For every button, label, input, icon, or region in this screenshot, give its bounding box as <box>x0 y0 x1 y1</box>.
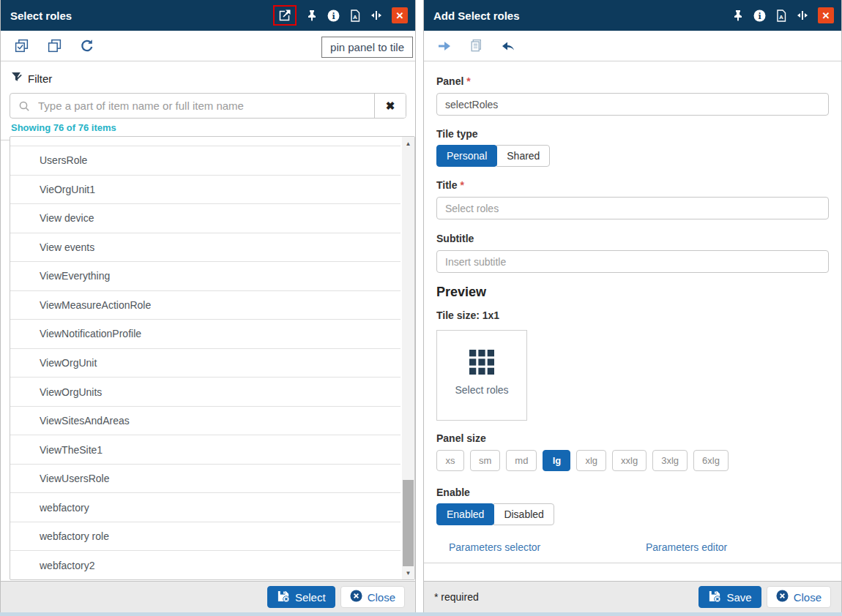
panel-size-sm-button[interactable]: sm <box>470 450 500 471</box>
filter-icon <box>11 72 22 85</box>
partial-row <box>10 137 400 146</box>
panel-label: Panel <box>436 75 463 87</box>
close-button[interactable]: Close <box>340 586 405 608</box>
info-icon[interactable]: i <box>327 10 340 22</box>
panel-size-label: Panel size <box>436 432 829 444</box>
left-panel-footer: Select Close <box>1 581 415 612</box>
list-item[interactable]: ViewUsersRole <box>10 465 400 494</box>
add-panel-form: Panel * Tile type Personal Shared Title … <box>424 75 841 553</box>
add-select-roles-panel: Add Select roles i A ✕ Pa <box>423 0 842 613</box>
pin-highlight-box <box>273 5 297 26</box>
pin-panel-to-tile-icon[interactable] <box>278 9 291 22</box>
panel-size-lg-button[interactable]: lg <box>543 450 570 471</box>
svg-text:A: A <box>779 14 783 20</box>
clear-search-button[interactable]: ✖ <box>374 94 406 118</box>
page-background-strip <box>0 612 842 616</box>
list-item[interactable]: ViewOrgUnit <box>10 349 400 378</box>
tile-caption: Select roles <box>455 384 508 396</box>
save-button[interactable]: Save <box>698 586 761 608</box>
select-roles-panel: Select roles i A ✕ <box>0 0 416 613</box>
tooltip: pin panel to tile <box>321 37 413 58</box>
roles-list: UsersRoleVieOrgUnit1View deviceView even… <box>10 137 400 579</box>
close-circle-icon <box>776 590 789 604</box>
scroll-up-icon[interactable]: ▲ <box>402 138 414 149</box>
resize-icon[interactable] <box>797 10 808 21</box>
list-item[interactable]: ViewNotificationProfile <box>10 320 400 349</box>
panel-size-xxlg-button[interactable]: xxlg <box>612 450 647 471</box>
tile-preview: Select roles <box>436 330 527 421</box>
list-scrollbar[interactable]: ▲ ▼ <box>402 137 414 579</box>
filter-label: Filter <box>28 72 52 85</box>
parameters-selector-link[interactable]: Parameters selector <box>449 541 646 553</box>
tile-type-personal-button[interactable]: Personal <box>436 145 497 167</box>
pdf-icon[interactable]: A <box>775 10 787 22</box>
svg-text:A: A <box>353 14 357 20</box>
forward-arrow-icon[interactable] <box>437 40 452 52</box>
right-panel-header: Add Select roles i A ✕ <box>424 0 841 31</box>
select-save-icon <box>277 590 290 605</box>
list-item[interactable]: ViewMeasureActionRole <box>10 291 400 320</box>
parameters-editor-link[interactable]: Parameters editor <box>646 541 727 553</box>
enable-enabled-button[interactable]: Enabled <box>436 503 494 525</box>
search-input[interactable] <box>37 94 374 118</box>
close-circle-icon <box>350 590 362 604</box>
select-button[interactable]: Select <box>267 586 335 608</box>
panel-size-3xlg-button[interactable]: 3xlg <box>652 450 688 471</box>
panel-size-6xlg-button[interactable]: 6xlg <box>693 450 729 471</box>
list-item[interactable]: ViewOrgUnits <box>10 378 400 407</box>
panel-name-field[interactable] <box>436 93 829 116</box>
tile-size-label: Tile size: 1x1 <box>436 309 829 321</box>
save-button-label: Save <box>726 591 751 604</box>
enable-label: Enable <box>436 487 829 498</box>
tile-type-label: Tile type <box>436 128 829 140</box>
scroll-down-icon[interactable]: ▼ <box>402 567 414 579</box>
list-item[interactable]: webfactory <box>10 493 400 522</box>
back-arrow-icon[interactable] <box>501 40 515 52</box>
close-button[interactable]: Close <box>767 586 831 608</box>
scrollbar-thumb[interactable] <box>403 480 414 566</box>
list-item[interactable]: ViewEverything <box>10 262 400 291</box>
close-icon[interactable]: ✕ <box>392 7 408 23</box>
right-toolbar <box>424 31 841 61</box>
svg-text:i: i <box>332 11 335 20</box>
save-icon <box>708 590 721 605</box>
panel-size-md-button[interactable]: md <box>506 450 537 471</box>
items-count-status: Showing 76 of 76 items <box>11 122 415 133</box>
grid-icon <box>469 350 494 378</box>
title-label: Title <box>436 179 458 191</box>
panel-size-xlg-button[interactable]: xlg <box>576 450 606 471</box>
pdf-icon[interactable]: A <box>349 10 361 22</box>
right-panel-footer: * required Save Close <box>424 581 841 612</box>
title-field[interactable] <box>436 197 829 219</box>
subtitle-field[interactable] <box>436 250 829 273</box>
search-icon <box>18 100 30 112</box>
list-item[interactable]: webfactory role <box>10 522 400 552</box>
subtitle-label: Subtitle <box>436 233 829 244</box>
list-item[interactable]: ViewTheSite1 <box>10 435 400 465</box>
panel-size-xs-button[interactable]: xs <box>436 450 464 471</box>
select-all-icon[interactable] <box>14 38 29 53</box>
list-item[interactable]: VieOrgUnit1 <box>10 176 400 205</box>
required-asterisk: * <box>460 179 463 191</box>
tile-type-shared-button[interactable]: Shared <box>496 145 550 167</box>
copy-icon[interactable] <box>47 38 62 53</box>
info-icon[interactable]: i <box>753 10 766 22</box>
pin-icon[interactable] <box>306 10 318 21</box>
preview-heading: Preview <box>436 285 829 300</box>
select-button-label: Select <box>295 591 326 604</box>
close-icon[interactable]: ✕ <box>818 7 834 23</box>
list-item[interactable]: webfactory2 <box>10 551 400 579</box>
panel-size-group: xssmmdlgxlgxxlg3xlg6xlg <box>436 450 829 471</box>
required-asterisk: * <box>466 75 470 87</box>
pin-icon[interactable] <box>732 10 744 21</box>
list-item[interactable]: View events <box>10 233 400 263</box>
copy-pages-icon[interactable] <box>469 39 483 53</box>
list-item[interactable]: ViewSitesAndAreas <box>10 407 400 436</box>
refresh-icon[interactable] <box>80 39 94 53</box>
list-item[interactable]: View device <box>10 204 400 233</box>
resize-icon[interactable] <box>370 10 382 21</box>
svg-text:i: i <box>758 11 761 20</box>
list-item[interactable]: UsersRole <box>10 146 400 176</box>
required-note: * required <box>434 591 479 603</box>
enable-disabled-button[interactable]: Disabled <box>493 503 554 525</box>
